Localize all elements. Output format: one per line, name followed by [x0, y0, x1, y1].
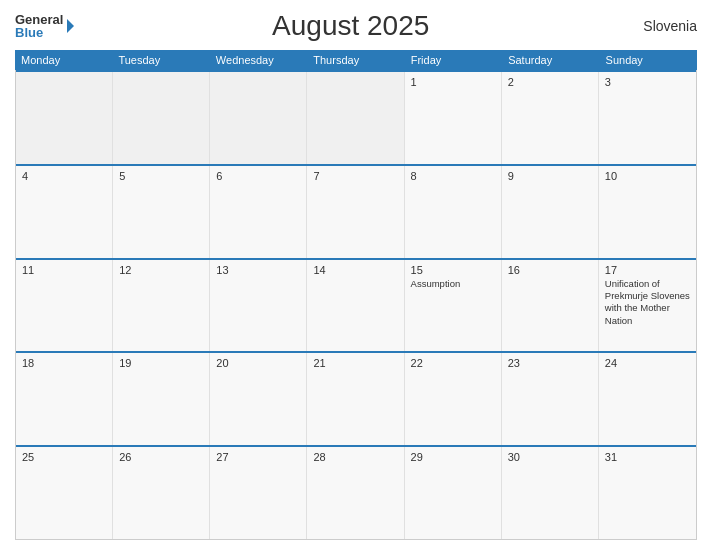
calendar-cell: 9	[502, 166, 599, 258]
day-number: 23	[508, 357, 592, 369]
calendar-event: Assumption	[411, 278, 495, 290]
day-number: 6	[216, 170, 300, 182]
header: General Blue August 2025 Slovenia	[15, 10, 697, 42]
country-label: Slovenia	[627, 18, 697, 34]
calendar-cell: 6	[210, 166, 307, 258]
calendar-cell: 3	[599, 72, 696, 164]
day-number: 7	[313, 170, 397, 182]
day-number: 1	[411, 76, 495, 88]
day-number: 24	[605, 357, 690, 369]
calendar-cell	[210, 72, 307, 164]
calendar-cell: 17Unification of Prekmurje Slovenes with…	[599, 260, 696, 352]
calendar-body: 123456789101112131415Assumption1617Unifi…	[15, 70, 697, 540]
logo: General Blue	[15, 13, 74, 39]
page-title: August 2025	[74, 10, 627, 42]
calendar-cell	[16, 72, 113, 164]
calendar-row: 25262728293031	[16, 445, 696, 539]
calendar-cell: 20	[210, 353, 307, 445]
calendar-cell: 31	[599, 447, 696, 539]
day-number: 29	[411, 451, 495, 463]
day-number: 14	[313, 264, 397, 276]
calendar-cell: 19	[113, 353, 210, 445]
day-number: 12	[119, 264, 203, 276]
calendar-cell: 25	[16, 447, 113, 539]
day-number: 9	[508, 170, 592, 182]
day-number: 4	[22, 170, 106, 182]
calendar-row: 45678910	[16, 164, 696, 258]
calendar-cell: 14	[307, 260, 404, 352]
calendar-cell: 12	[113, 260, 210, 352]
day-number: 19	[119, 357, 203, 369]
calendar-header-cell: Wednesday	[210, 50, 307, 70]
calendar-event: Unification of Prekmurje Slovenes with t…	[605, 278, 690, 327]
calendar-header-cell: Saturday	[502, 50, 599, 70]
day-number: 28	[313, 451, 397, 463]
day-number: 16	[508, 264, 592, 276]
calendar-header-cell: Friday	[405, 50, 502, 70]
day-number: 17	[605, 264, 690, 276]
calendar-cell: 30	[502, 447, 599, 539]
calendar-cell: 29	[405, 447, 502, 539]
calendar-cell	[307, 72, 404, 164]
logo-blue-text: Blue	[15, 26, 63, 39]
day-number: 3	[605, 76, 690, 88]
calendar-cell: 16	[502, 260, 599, 352]
calendar-cell: 27	[210, 447, 307, 539]
day-number: 31	[605, 451, 690, 463]
day-number: 22	[411, 357, 495, 369]
calendar-row: 1112131415Assumption1617Unification of P…	[16, 258, 696, 352]
calendar-cell: 11	[16, 260, 113, 352]
day-number: 10	[605, 170, 690, 182]
calendar-header-cell: Thursday	[307, 50, 404, 70]
calendar-cell: 4	[16, 166, 113, 258]
logo-triangle-icon	[67, 19, 74, 33]
day-number: 8	[411, 170, 495, 182]
day-number: 2	[508, 76, 592, 88]
day-number: 11	[22, 264, 106, 276]
day-number: 15	[411, 264, 495, 276]
calendar-cell: 23	[502, 353, 599, 445]
calendar-cell: 10	[599, 166, 696, 258]
calendar-cell: 8	[405, 166, 502, 258]
calendar-cell: 1	[405, 72, 502, 164]
calendar-header: MondayTuesdayWednesdayThursdayFridaySatu…	[15, 50, 697, 70]
calendar-cell: 18	[16, 353, 113, 445]
day-number: 5	[119, 170, 203, 182]
calendar-header-cell: Tuesday	[112, 50, 209, 70]
calendar-cell	[113, 72, 210, 164]
calendar-header-cell: Sunday	[600, 50, 697, 70]
calendar-cell: 2	[502, 72, 599, 164]
calendar-cell: 7	[307, 166, 404, 258]
calendar-cell: 21	[307, 353, 404, 445]
day-number: 18	[22, 357, 106, 369]
day-number: 13	[216, 264, 300, 276]
calendar-header-cell: Monday	[15, 50, 112, 70]
calendar-cell: 24	[599, 353, 696, 445]
calendar-cell: 22	[405, 353, 502, 445]
page: General Blue August 2025 Slovenia Monday…	[0, 0, 712, 550]
calendar-row: 18192021222324	[16, 351, 696, 445]
day-number: 25	[22, 451, 106, 463]
day-number: 27	[216, 451, 300, 463]
day-number: 30	[508, 451, 592, 463]
day-number: 20	[216, 357, 300, 369]
calendar: MondayTuesdayWednesdayThursdayFridaySatu…	[15, 50, 697, 540]
calendar-cell: 5	[113, 166, 210, 258]
calendar-cell: 15Assumption	[405, 260, 502, 352]
calendar-cell: 13	[210, 260, 307, 352]
calendar-cell: 28	[307, 447, 404, 539]
calendar-row: 123	[16, 70, 696, 164]
day-number: 26	[119, 451, 203, 463]
calendar-cell: 26	[113, 447, 210, 539]
day-number: 21	[313, 357, 397, 369]
